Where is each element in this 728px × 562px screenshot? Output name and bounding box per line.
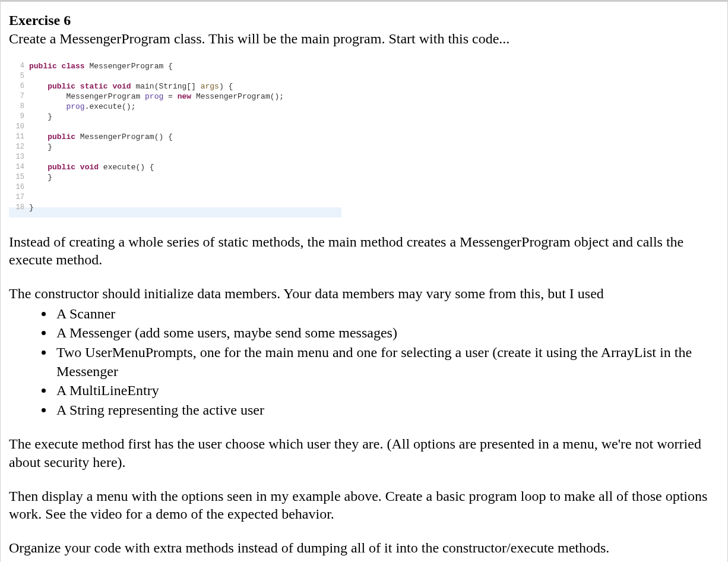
line-number: 12: [9, 142, 29, 152]
code-lines: 4public class MessengerProgram {56 publi…: [9, 61, 719, 217]
code-line: 4public class MessengerProgram {: [9, 61, 719, 71]
code-line: 13: [9, 152, 719, 162]
line-number: 6: [9, 81, 29, 91]
code-snippet: 4public class MessengerProgram {56 publi…: [9, 61, 719, 217]
line-number: 11: [9, 132, 29, 142]
paragraph-5: Organize your code with extra methods in…: [9, 539, 719, 557]
line-number: 18: [9, 203, 29, 213]
code-content: }: [29, 203, 34, 213]
line-number: 14: [9, 162, 29, 172]
code-content: public class MessengerProgram {: [29, 61, 173, 71]
line-number: 13: [9, 152, 29, 162]
code-content: public static void main(String[] args) {: [29, 81, 233, 91]
code-line: 15 }: [9, 172, 719, 182]
line-number: 5: [9, 71, 29, 81]
code-content: public MessengerProgram() {: [29, 132, 173, 142]
code-line: 12 }: [9, 142, 719, 152]
intro-paragraph: Create a MessengerProgram class. This wi…: [9, 30, 719, 48]
code-line: 17: [9, 192, 719, 203]
code-line: 18}: [9, 203, 719, 213]
paragraph-3: The execute method first has the user ch…: [9, 435, 719, 471]
code-line: 10: [9, 122, 719, 132]
code-line: 7 MessengerProgram prog = new MessengerP…: [9, 91, 719, 102]
code-line: 11 public MessengerProgram() {: [9, 132, 719, 142]
code-line: [9, 213, 719, 217]
line-number: 7: [9, 91, 29, 102]
document-page: Exercise 6 Create a MessengerProgram cla…: [0, 0, 728, 562]
line-number: 15: [9, 172, 29, 182]
line-number: 8: [9, 102, 29, 112]
code-line: 8 prog.execute();: [9, 102, 719, 112]
code-content: prog.execute();: [29, 102, 135, 112]
list-item: Two UserMenuPrompts, one for the main me…: [54, 343, 719, 381]
paragraph-4: Then display a menu with the options see…: [9, 487, 719, 523]
line-number: 10: [9, 122, 29, 132]
code-content: }: [29, 142, 52, 152]
code-line: 6 public static void main(String[] args)…: [9, 81, 719, 91]
data-member-list: A ScannerA Messenger (add some users, ma…: [40, 304, 719, 419]
code-line: 9 }: [9, 112, 719, 122]
line-number: [9, 213, 29, 217]
list-item: A Messenger (add some users, maybe send …: [54, 323, 719, 342]
line-number: 16: [9, 182, 29, 192]
exercise-title: Exercise 6: [9, 12, 719, 29]
code-content: public void execute() {: [29, 162, 154, 172]
code-content: }: [29, 172, 52, 182]
code-content: MessengerProgram prog = new MessengerPro…: [29, 91, 284, 102]
line-number: 9: [9, 112, 29, 122]
paragraph-1: Instead of creating a whole series of st…: [9, 233, 719, 269]
paragraph-2: The constructor should initialize data m…: [9, 285, 719, 303]
list-item: A MultiLineEntry: [54, 381, 719, 400]
list-item: A String representing the active user: [54, 400, 719, 419]
list-item: A Scanner: [54, 304, 719, 323]
code-line: 16: [9, 182, 719, 192]
line-number: 17: [9, 192, 29, 203]
code-content: }: [29, 112, 52, 122]
code-line: 5: [9, 71, 719, 81]
line-number: 4: [9, 61, 29, 71]
code-line: 14 public void execute() {: [9, 162, 719, 172]
